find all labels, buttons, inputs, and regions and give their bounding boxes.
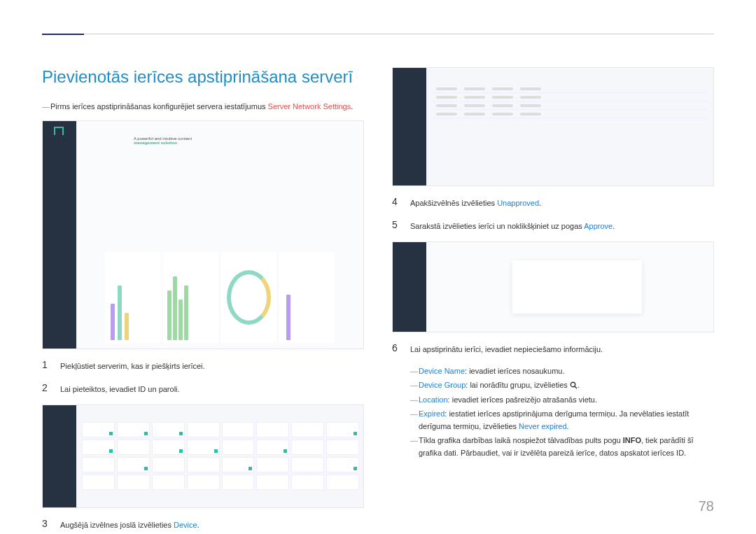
screenshot-login: A powerful and intuitive content managem… (42, 120, 364, 349)
ph-chart-2 (163, 252, 218, 343)
intro-note-suffix: . (351, 102, 353, 111)
screenshot-unapproved-list (392, 67, 714, 186)
sub-item-text: : ievadiet ierīces pašreizējo atrašanās … (448, 395, 597, 404)
step-text-suffix: . (197, 521, 200, 529)
header-accent (42, 34, 84, 35)
info-bold: INFO (623, 436, 641, 444)
left-column: Pievienotās ierīces apstiprināšana serve… (42, 67, 364, 534)
step-2: 2 Lai pieteiktos, ievadiet ID un paroli. (42, 382, 364, 395)
step-5: 5 Sarakstā izvēlieties ierīci un noklikš… (392, 219, 714, 232)
step-text: Apakšizvēlnēs izvēlieties Unapproved. (410, 196, 541, 209)
step-text-prefix: Augšējā izvēlnes joslā izvēlieties (60, 521, 174, 529)
step-num: 1 (42, 359, 50, 370)
step-text-suffix: . (539, 199, 541, 207)
sub-item-device-name: Device Name: ievadiet ierīces nosaukumu. (410, 365, 714, 378)
step-1: 1 Piekļūstiet serverim, kas ir piešķirts… (42, 359, 364, 372)
step-num: 4 (392, 196, 400, 207)
step-3: 3 Augšējā izvēlnes joslā izvēlieties Dev… (42, 518, 364, 531)
screenshot-device-grid (42, 405, 364, 508)
step-num: 6 (392, 342, 400, 353)
location-label: Location (419, 395, 448, 404)
sub-item-location: Location: ievadiet ierīces pašreizējo at… (410, 394, 714, 407)
ph-bar (178, 300, 183, 341)
sub-item-text-suffix: . (578, 381, 580, 389)
step-4: 4 Apakšizvēlnēs izvēlieties Unapproved. (392, 196, 714, 209)
intro-note-link: Server Network Settings (268, 102, 351, 111)
right-column: 4 Apakšizvēlnēs izvēlieties Unapproved. … (392, 67, 714, 534)
step-text-prefix: Apakšizvēlnēs izvēlieties (410, 199, 497, 207)
ph-chart-3 (221, 252, 276, 343)
ph-chart-1 (105, 252, 160, 343)
never-expired-link: Never expired (519, 422, 566, 430)
ph-content (426, 242, 713, 332)
sub-item-list: Device Name: ievadiet ierīces nosaukumu.… (410, 365, 714, 460)
ph-content: A powerful and intuitive content managem… (76, 121, 363, 349)
ph-hero-text: A powerful and intuitive content managem… (134, 136, 192, 145)
ph-modal (512, 260, 642, 314)
ph-bar (184, 286, 188, 340)
device-name-label: Device Name (419, 367, 465, 375)
ph-bar (286, 295, 290, 340)
approve-link: Approve (584, 222, 612, 230)
sub-item-text: : ievadiet ierīces nosaukumu. (465, 367, 564, 375)
ph-table (432, 85, 708, 180)
step-text: Lai pieteiktos, ievadiet ID un paroli. (60, 382, 180, 395)
sub-item-expired: Expired: iestatiet ierīces apstiprinājum… (410, 408, 714, 433)
intro-note: Pirms ierīces apstiprināšanas konfigurēj… (42, 102, 364, 111)
svg-point-0 (570, 382, 575, 386)
screenshot-approve-modal (392, 241, 714, 332)
ph-bar (118, 286, 122, 340)
ph-sidebar (43, 405, 76, 507)
step-text-suffix: . (612, 222, 615, 230)
ph-charts (105, 252, 335, 343)
sub-item-text-prefix: : lai norādītu grupu, izvēlieties (465, 381, 570, 389)
page-title: Pievienotās ierīces apstiprināšana serve… (42, 67, 364, 87)
step-num: 2 (42, 382, 50, 393)
step-num: 3 (42, 518, 50, 529)
ph-chart-4 (279, 252, 335, 343)
intro-note-prefix: Pirms ierīces apstiprināšanas konfigurēj… (50, 102, 268, 111)
step-text: Augšējā izvēlnes joslā izvēlieties Devic… (60, 518, 200, 531)
page-number: 78 (699, 498, 714, 514)
step-text: Lai apstiprinātu ierīci, ievadiet nepiec… (410, 342, 603, 356)
ph-hero-line2: management solution (134, 141, 177, 145)
ph-bar (125, 313, 129, 340)
ph-donut (227, 270, 271, 325)
header-divider (42, 34, 714, 34)
unapproved-link: Unapproved (497, 199, 539, 207)
sub-item-text-suffix: . (567, 422, 569, 430)
sub-item-info: Tīkla grafika darbības laikā nospiežot t… (410, 435, 714, 459)
step-6: 6 Lai apstiprinātu ierīci, ievadiet nepi… (392, 342, 714, 356)
step-text: Piekļūstiet serverim, kas ir piešķirts i… (60, 359, 205, 372)
ph-sidebar (393, 242, 426, 332)
sub-item-text-prefix: Tīkla grafika darbības laikā nospiežot t… (419, 436, 623, 444)
ph-sidebar (43, 121, 76, 349)
ph-sidebar (393, 68, 426, 185)
device-link: Device (174, 521, 197, 529)
expired-label: Expired (419, 409, 444, 418)
ph-bar (173, 276, 177, 340)
ph-bar (111, 304, 115, 340)
ph-bar (167, 290, 172, 341)
sub-item-device-group: Device Group: lai norādītu grupu, izvēli… (410, 379, 714, 392)
step-text-prefix: Sarakstā izvēlieties ierīci un noklikšķi… (410, 222, 584, 230)
main-content: Pievienotās ierīces apstiprināšana serve… (42, 67, 714, 534)
step-text: Sarakstā izvēlieties ierīci un noklikšķi… (410, 219, 615, 232)
device-group-label: Device Group (419, 381, 465, 389)
search-icon (570, 381, 578, 389)
svg-line-1 (575, 386, 577, 388)
logo-icon (54, 127, 64, 135)
ph-grid (82, 422, 359, 503)
step-num: 5 (392, 219, 400, 230)
